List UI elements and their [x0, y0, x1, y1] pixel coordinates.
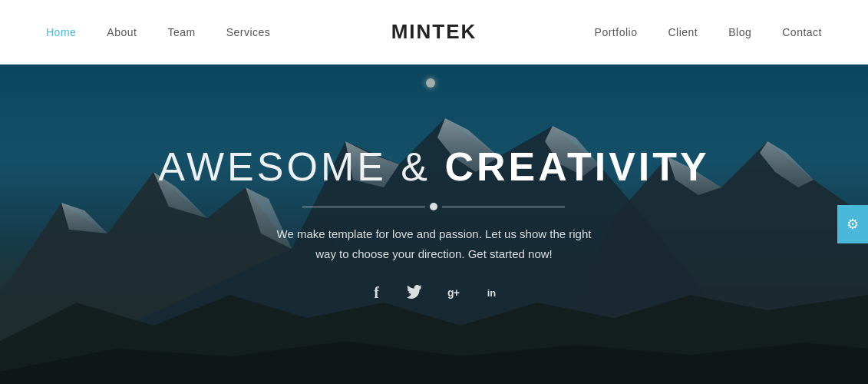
- googleplus-icon[interactable]: g+: [442, 282, 464, 303]
- divider-line-left: [302, 207, 425, 207]
- nav-item-client[interactable]: Client: [668, 26, 698, 38]
- hero-content: AWESOME & CREATIVITY We make template fo…: [158, 145, 710, 303]
- divider-line-right: [442, 207, 565, 207]
- nav-item-home[interactable]: Home: [46, 26, 76, 38]
- side-floating-button[interactable]: ⚙: [837, 205, 868, 243]
- twitter-icon[interactable]: [404, 282, 425, 303]
- nav-right: Portfolio Client Blog Contact: [595, 26, 822, 38]
- logo-bold: TEK: [432, 20, 477, 43]
- nav-item-portfolio[interactable]: Portfolio: [595, 26, 638, 38]
- facebook-icon[interactable]: f: [365, 282, 387, 303]
- hero-socials: f g+ in: [158, 282, 710, 303]
- nav-item-about[interactable]: About: [107, 26, 137, 38]
- navbar: Home About Team Services MINTEK Portfoli…: [0, 0, 868, 65]
- side-button-icon: ⚙: [847, 216, 859, 233]
- divider-dot: [430, 203, 437, 210]
- linkedin-icon[interactable]: in: [480, 282, 502, 303]
- hero-subtitle: We make template for love and passion. L…: [272, 224, 595, 263]
- nav-left: Home About Team Services: [46, 26, 270, 38]
- nav-item-team[interactable]: Team: [167, 26, 195, 38]
- hero-section: AWESOME & CREATIVITY We make template fo…: [0, 65, 868, 384]
- logo-light: MIN: [391, 20, 433, 43]
- hero-title: AWESOME & CREATIVITY: [158, 145, 710, 189]
- moon-decoration: [426, 78, 435, 88]
- hero-title-bold: CREATIVITY: [444, 144, 709, 189]
- site-logo[interactable]: MINTEK: [391, 20, 477, 44]
- nav-item-blog[interactable]: Blog: [728, 26, 751, 38]
- nav-item-services[interactable]: Services: [226, 26, 271, 38]
- nav-item-contact[interactable]: Contact: [782, 26, 822, 38]
- hero-title-light: AWESOME &: [158, 144, 444, 189]
- hero-divider: [158, 203, 710, 210]
